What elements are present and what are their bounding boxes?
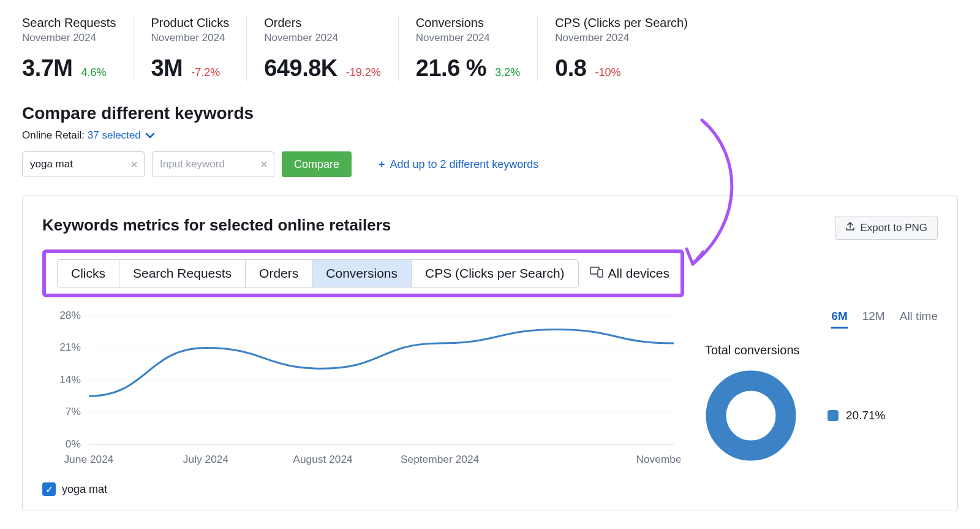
stat-period: November 2024: [264, 32, 381, 44]
plus-icon: +: [379, 158, 385, 171]
stat-card-product-clicks: Product Clicks November 2024 3M -7.2%: [151, 15, 247, 82]
svg-text:21%: 21%: [59, 342, 81, 353]
stat-card-cps: CPS (Clicks per Search) November 2024 0.…: [555, 15, 705, 82]
stat-value: 0.8: [555, 55, 586, 82]
stat-title: Conversions: [416, 15, 520, 31]
compare-button[interactable]: Compare: [282, 151, 352, 177]
stat-title: Search Requests: [22, 15, 116, 31]
chart-right-panel: 6M 12M All time Total conversions 20.71%: [705, 310, 938, 462]
series-checkbox[interactable]: ✓: [42, 482, 56, 496]
add-keywords-link[interactable]: + Add up to 2 different keywords: [379, 158, 538, 171]
export-png-button[interactable]: Export to PNG: [835, 216, 938, 240]
chart-panel-title: Keywords metrics for selected online ret…: [42, 216, 391, 235]
metric-tabs-highlight: Clicks Search Requests Orders Conversion…: [42, 249, 684, 297]
keyword-input-2[interactable]: ×: [152, 151, 274, 177]
stat-card-search-requests: Search Requests November 2024 3.7M 4.6%: [22, 15, 134, 82]
donut-value-label: 20.71%: [846, 409, 885, 422]
svg-text:November 2024: November 2024: [636, 454, 680, 465]
tab-search-requests[interactable]: Search Requests: [119, 260, 246, 287]
stat-value: 3M: [151, 55, 183, 82]
conversions-line-chart: 0%7%14%21%28%June 2024July 2024August 20…: [42, 310, 680, 469]
stat-title: Orders: [264, 15, 381, 31]
svg-text:September 2024: September 2024: [401, 454, 479, 465]
export-icon: [845, 221, 855, 234]
stat-delta: 4.6%: [81, 66, 106, 79]
svg-rect-1: [598, 270, 603, 277]
series-legend[interactable]: ✓ yoga mat: [42, 482, 680, 496]
stat-title: CPS (Clicks per Search): [555, 15, 688, 31]
keyword-input-1[interactable]: ×: [22, 151, 145, 177]
keyword-field-1[interactable]: [30, 158, 122, 170]
range-tab-12m[interactable]: 12M: [862, 310, 885, 329]
svg-text:28%: 28%: [59, 310, 81, 321]
chevron-down-icon: [146, 129, 154, 142]
stat-delta: -7.2%: [191, 66, 220, 79]
line-chart-area: 0%7%14%21%28%June 2024July 2024August 20…: [42, 310, 680, 496]
svg-text:14%: 14%: [59, 375, 81, 386]
svg-text:August 2024: August 2024: [293, 454, 352, 465]
tab-clicks[interactable]: Clicks: [58, 260, 119, 287]
svg-text:0%: 0%: [66, 439, 81, 450]
device-filter-label: All devices: [608, 266, 669, 281]
stat-card-orders: Orders November 2024 649.8K -19.2%: [264, 15, 399, 82]
donut-title: Total conversions: [705, 343, 938, 357]
clear-icon[interactable]: ×: [260, 158, 268, 170]
donut-legend: 20.71%: [827, 409, 885, 422]
keyword-field-2[interactable]: [160, 158, 252, 170]
legend-swatch-icon: [827, 410, 839, 421]
stat-cards-row: Search Requests November 2024 3.7M 4.6% …: [22, 15, 958, 82]
tab-cps[interactable]: CPS (Clicks per Search): [412, 260, 578, 287]
compare-category: Online Retail: 37 selected: [22, 129, 958, 142]
stat-title: Product Clicks: [151, 15, 229, 31]
stat-period: November 2024: [151, 32, 229, 44]
svg-text:7%: 7%: [66, 406, 81, 417]
stat-period: November 2024: [22, 32, 116, 44]
clear-icon[interactable]: ×: [130, 158, 138, 170]
metric-tabs: Clicks Search Requests Orders Conversion…: [57, 259, 579, 287]
stat-delta: 3.2%: [495, 66, 520, 79]
stat-card-conversions: Conversions November 2024 21.6 % 3.2%: [416, 15, 538, 82]
export-label: Export to PNG: [860, 222, 927, 234]
stat-period: November 2024: [555, 32, 688, 44]
compare-heading: Compare different keywords: [22, 104, 958, 123]
selected-count-label: 37 selected: [88, 129, 141, 141]
donut-chart: [705, 370, 797, 462]
devices-icon: [590, 266, 603, 281]
series-legend-label: yoga mat: [62, 483, 107, 496]
svg-point-18: [727, 392, 775, 440]
chart-panel: Keywords metrics for selected online ret…: [22, 196, 958, 511]
compare-category-label: Online Retail:: [22, 129, 85, 141]
stat-delta: -19.2%: [346, 66, 381, 79]
stat-value: 3.7M: [22, 55, 72, 82]
range-tab-alltime[interactable]: All time: [900, 310, 938, 329]
svg-text:July 2024: July 2024: [183, 454, 228, 465]
stat-value: 21.6 %: [416, 55, 486, 82]
add-keywords-label: Add up to 2 different keywords: [390, 158, 539, 171]
selected-count-dropdown[interactable]: 37 selected: [88, 129, 155, 141]
tab-orders[interactable]: Orders: [246, 260, 312, 287]
stat-period: November 2024: [416, 32, 520, 44]
device-filter-dropdown[interactable]: All devices: [590, 266, 669, 281]
stat-delta: -10%: [595, 66, 621, 79]
stat-value: 649.8K: [264, 55, 337, 82]
compare-section: Compare different keywords Online Retail…: [22, 104, 958, 177]
range-tab-6m[interactable]: 6M: [831, 310, 847, 329]
svg-text:June 2024: June 2024: [64, 454, 113, 465]
tab-conversions[interactable]: Conversions: [312, 260, 412, 287]
range-tabs: 6M 12M All time: [705, 310, 938, 329]
